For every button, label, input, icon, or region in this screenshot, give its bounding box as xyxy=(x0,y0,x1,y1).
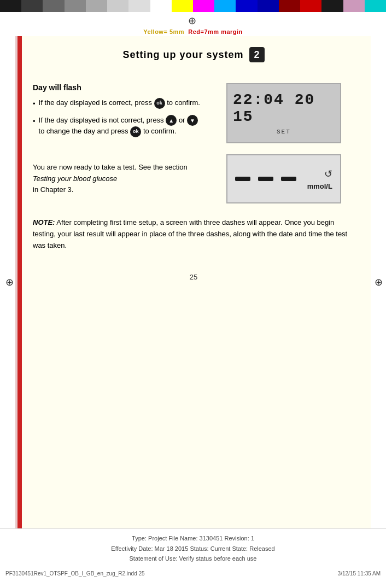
chapter-header: Setting up your system 2 xyxy=(33,47,354,67)
ready-text: You are now ready to take a test. See th… xyxy=(33,162,202,196)
meter-dash-2 xyxy=(258,177,273,181)
note-section: NOTE: After completing first time setup,… xyxy=(33,217,354,251)
lcd-time: 22:04 20 15 xyxy=(233,91,335,125)
margin-indicator: Yellow= 5mm Red=7mm margin xyxy=(0,27,386,36)
meter-dashes xyxy=(235,177,296,181)
lcd-display: 22:04 20 15 SET xyxy=(226,83,341,143)
ready-section: You are now ready to take a test. See th… xyxy=(33,154,354,203)
ok-button-2: ok xyxy=(130,126,141,137)
up-arrow-button: ▲ xyxy=(166,115,177,126)
day-flash-section: Day will flash • If the day displayed is… xyxy=(33,83,354,143)
ok-button-1: ok xyxy=(154,98,165,109)
meter-display: ↺ mmol/L xyxy=(226,154,341,203)
page-number: 25 xyxy=(33,273,354,287)
reg-mark-right: ⊕ xyxy=(375,276,383,288)
bottom-right-text: 3/12/15 11:35 AM xyxy=(338,570,381,577)
day-flash-text: Day will flash • If the day displayed is… xyxy=(33,83,202,143)
bottom-bar: PF3130451Rev1_OTSPF_OB_I_GB_en_zug_R2.in… xyxy=(0,568,386,579)
bullet-item-1: • If the day displayed is correct, press… xyxy=(33,97,202,109)
color-bar xyxy=(0,0,386,12)
day-flash-title: Day will flash xyxy=(33,83,202,92)
lcd-display-container: 22:04 20 15 SET xyxy=(213,83,354,143)
lcd-set-label: SET xyxy=(233,129,335,135)
bottom-left-text: PF3130451Rev1_OTSPF_OB_I_GB_en_zug_R2.in… xyxy=(5,570,145,577)
footer-line-3: Statement of Use: Verify status before e… xyxy=(11,554,375,564)
chapter-number-badge: 2 xyxy=(249,47,265,62)
page-area: Setting up your system 2 Day will flash … xyxy=(15,36,371,528)
meter-dash-1 xyxy=(235,177,250,181)
down-arrow-button: ▼ xyxy=(187,115,198,126)
footer-line-1: Type: Project File Name: 3130451 Revisio… xyxy=(11,533,375,544)
chapter-title: Setting up your system xyxy=(122,49,243,61)
meter-right: ↺ mmol/L xyxy=(307,168,332,190)
clock-icon: ↺ xyxy=(324,168,332,180)
note-text: After completing first time setup, a scr… xyxy=(33,218,347,249)
reg-marks-top xyxy=(0,12,386,27)
meter-dash-3 xyxy=(281,177,296,181)
page-content: Setting up your system 2 Day will flash … xyxy=(22,36,371,528)
footer-area: Type: Project File Name: 3130451 Revisio… xyxy=(0,528,386,568)
bullet-item-2: • If the day displayed is not correct, p… xyxy=(33,115,202,137)
meter-display-container: ↺ mmol/L xyxy=(213,154,354,203)
red-margin xyxy=(17,36,22,528)
bullet-list: • If the day displayed is correct, press… xyxy=(33,97,202,137)
meter-unit: mmol/L xyxy=(307,182,332,190)
reg-mark-left: ⊕ xyxy=(5,276,14,288)
note-label: NOTE: xyxy=(33,218,55,226)
reg-mark-top xyxy=(188,15,198,25)
footer-line-2: Effectivity Date: Mar 18 2015 Status: Cu… xyxy=(11,544,375,554)
